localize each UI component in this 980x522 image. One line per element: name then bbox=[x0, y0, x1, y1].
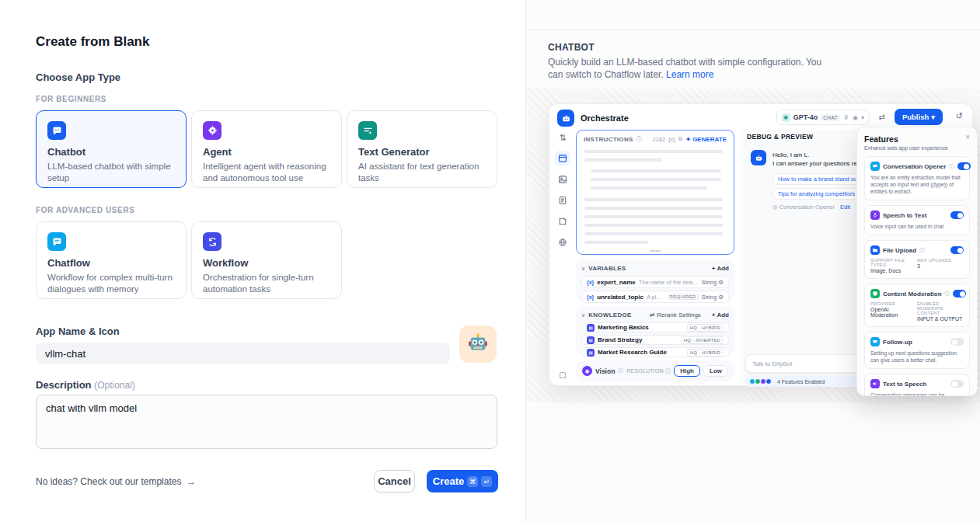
app-type-card-chatflow[interactable]: Chatflow Workflow for complex multi-turn… bbox=[36, 221, 187, 299]
dataset-icon: ▤ bbox=[587, 324, 595, 332]
debug-preview-label: DEBUG & PREVIEW bbox=[747, 133, 813, 141]
chat-input[interactable]: Talk to DifyBot bbox=[745, 354, 866, 373]
rail-globe-icon[interactable] bbox=[555, 235, 570, 250]
features-subtitle: Enhance web app user experience bbox=[864, 145, 970, 151]
toggle-conversation-opener[interactable] bbox=[957, 162, 971, 170]
gear-icon[interactable]: ⚙ bbox=[718, 294, 724, 301]
feature-item-content-moderation: Content Moderation ⓘ PROVIDEROpenAI Mode… bbox=[864, 284, 970, 327]
app-type-desc: AI assistant for text generation tasks bbox=[358, 161, 486, 184]
model-selector[interactable]: ◉ GPT-4o CHAT 🎙 ◉ ▾ bbox=[776, 110, 870, 125]
app-type-card-agent[interactable]: Agent Intelligent agent with reasoning a… bbox=[191, 110, 342, 188]
chevron-down-icon[interactable]: ∨ bbox=[581, 266, 585, 272]
knowledge-section: ∨ KNOWLEDGE ⇄ Rerank Settings + Add ▤ Ma… bbox=[576, 306, 734, 355]
description-textarea[interactable]: chat with vllm model bbox=[36, 395, 497, 449]
variable-insert-icon[interactable]: {x} bbox=[668, 136, 675, 143]
app-type-card-chatbot[interactable]: Chatbot LLM-based chatbot with simple se… bbox=[36, 110, 187, 188]
generate-button[interactable]: ✦ GENERATE bbox=[685, 136, 727, 143]
instructions-skeleton bbox=[577, 150, 734, 244]
toggle-file-upload[interactable] bbox=[950, 246, 964, 254]
app-type-card-workflow[interactable]: Workflow Orchestration for single-turn a… bbox=[191, 221, 342, 299]
description-label: Description (Optional) bbox=[36, 379, 135, 391]
app-name-input[interactable] bbox=[36, 343, 450, 364]
app-type-card-text-generator[interactable]: Text Generator AI assistant for text gen… bbox=[347, 110, 497, 188]
create-app-modal: Create from Blank Choose App Type FOR BE… bbox=[0, 0, 980, 522]
publish-button[interactable]: Publish▾ bbox=[895, 109, 943, 125]
preview-left-rail: ⇅ ▢ bbox=[549, 130, 576, 385]
toggle-content-moderation[interactable] bbox=[953, 290, 966, 298]
copy-icon[interactable]: ⧉ bbox=[678, 135, 682, 143]
suggestion-chip[interactable]: How to make a brand stand out? bbox=[772, 173, 867, 185]
variable-icon: {x} bbox=[587, 294, 594, 300]
token-count: 2182 bbox=[652, 136, 665, 143]
instructions-panel: INSTRUCTIONS ⓘ 2182 {x} ⧉ ✦ GENERATE bbox=[576, 130, 734, 255]
rail-document-icon[interactable] bbox=[555, 193, 570, 208]
create-button[interactable]: Create ⌘ ↵ bbox=[427, 470, 498, 492]
edit-opener-button[interactable]: Edit bbox=[840, 204, 850, 211]
knowledge-row[interactable]: ▤ Marketing Basics HQ · HYBRID bbox=[581, 322, 729, 332]
dataset-name: Marketing Basics bbox=[598, 324, 649, 331]
resize-handle[interactable] bbox=[650, 250, 661, 252]
toggle-follow-up[interactable] bbox=[950, 338, 964, 346]
rerank-settings-button[interactable]: ⇄ Rerank Settings bbox=[650, 311, 701, 318]
variable-name: expert_name bbox=[597, 279, 635, 286]
rail-note-icon[interactable] bbox=[555, 214, 570, 229]
collapse-panel-icon[interactable]: ▢ bbox=[549, 371, 576, 379]
variables-label: VARIABLES bbox=[588, 265, 626, 272]
rail-prompt-icon[interactable] bbox=[555, 151, 570, 166]
shield-icon bbox=[870, 289, 880, 298]
info-icon: ⓘ bbox=[949, 163, 954, 170]
knowledge-row[interactable]: ▤ Market Research Guide HQ · HYBRID bbox=[581, 347, 729, 357]
model-settings-icon[interactable]: ⇄ bbox=[879, 113, 885, 121]
cancel-button[interactable]: Cancel bbox=[374, 470, 415, 492]
toggle-text-to-speech[interactable] bbox=[950, 380, 964, 388]
preview-heading: CHATBOT bbox=[548, 42, 595, 53]
learn-more-link[interactable]: Learn more bbox=[666, 69, 713, 80]
chatflow-icon bbox=[47, 232, 66, 251]
vision-label: Vision bbox=[595, 367, 615, 375]
tts-icon bbox=[870, 379, 880, 388]
add-knowledge-button[interactable]: + Add bbox=[712, 311, 729, 318]
variable-row[interactable]: {x} expert_name The name of the strategi… bbox=[581, 276, 729, 288]
app-type-desc: Orchestration for single-turn automation… bbox=[203, 272, 330, 295]
feature-item-conversation-opener: Conversation Opener ⓘ You are an entity … bbox=[864, 156, 970, 200]
app-type-desc: LLM-based chatbot with simple setup bbox=[47, 161, 175, 184]
knowledge-label: KNOWLEDGE bbox=[588, 311, 632, 318]
app-icon-picker[interactable] bbox=[459, 325, 497, 363]
app-type-name: Chatflow bbox=[47, 257, 175, 269]
knowledge-row[interactable]: ▤ Brand Strategy HQ · INVERTED bbox=[581, 335, 729, 345]
vision-eye-icon: ◉ bbox=[582, 366, 592, 376]
mic-mini-icon: 🎙 bbox=[843, 114, 849, 121]
features-enabled-bar[interactable]: 4 Features Enabled bbox=[745, 376, 866, 387]
eye-mini-icon: ◉ bbox=[853, 114, 858, 121]
model-mode-tag: CHAT bbox=[821, 114, 840, 121]
resolution-high-option[interactable]: High bbox=[674, 365, 700, 377]
toggle-speech-to-text[interactable] bbox=[950, 211, 964, 219]
features-enabled-count: 4 Features Enabled bbox=[777, 379, 825, 385]
chevron-down-icon[interactable]: ∨ bbox=[581, 312, 585, 318]
app-type-name: Agent bbox=[203, 146, 330, 158]
preview-description: Quickly build an LLM-based chatbot with … bbox=[548, 56, 837, 81]
gear-icon[interactable]: ⚙ bbox=[718, 279, 724, 286]
close-icon[interactable]: × bbox=[965, 133, 970, 141]
app-type-preview-panel: CHATBOT Quickly build an LLM-based chatb… bbox=[526, 0, 980, 522]
dataset-mode-badge: HQ · HYBRID bbox=[687, 324, 724, 332]
dataset-name: Brand Strategy bbox=[598, 336, 642, 343]
add-variable-button[interactable]: + Add bbox=[712, 265, 729, 272]
robot-emoji bbox=[466, 332, 490, 356]
optional-label: (Optional) bbox=[94, 380, 135, 391]
swap-icon[interactable]: ⇅ bbox=[555, 130, 570, 145]
variables-section: ∨ VARIABLES + Add {x} expert_name The na… bbox=[576, 259, 734, 301]
templates-link[interactable]: No ideas? Check out our templates → bbox=[36, 476, 196, 487]
variable-row[interactable]: {x} unrelated_topic A placeholder for to… bbox=[581, 291, 729, 303]
history-icon[interactable]: ↺ bbox=[956, 111, 963, 121]
info-icon: ⓘ bbox=[945, 291, 950, 298]
variable-desc: A placeholder for topics... bbox=[647, 294, 664, 301]
variable-type: String ⚙ bbox=[702, 294, 724, 301]
preview-backdrop: Orchestrate ◉ GPT-4o CHAT 🎙 ◉ ▾ ⇄ Publis… bbox=[526, 89, 980, 402]
feature-item-follow-up: Follow-up Setting up next questions sugg… bbox=[864, 332, 970, 369]
opener-icon: ◎ bbox=[772, 204, 778, 211]
resolution-low-option[interactable]: Low bbox=[703, 365, 728, 377]
chevron-down-icon: ▾ bbox=[931, 113, 935, 121]
rail-image-icon[interactable] bbox=[555, 172, 570, 187]
resolution-label: RESOLUTION ⓘ bbox=[626, 367, 671, 375]
